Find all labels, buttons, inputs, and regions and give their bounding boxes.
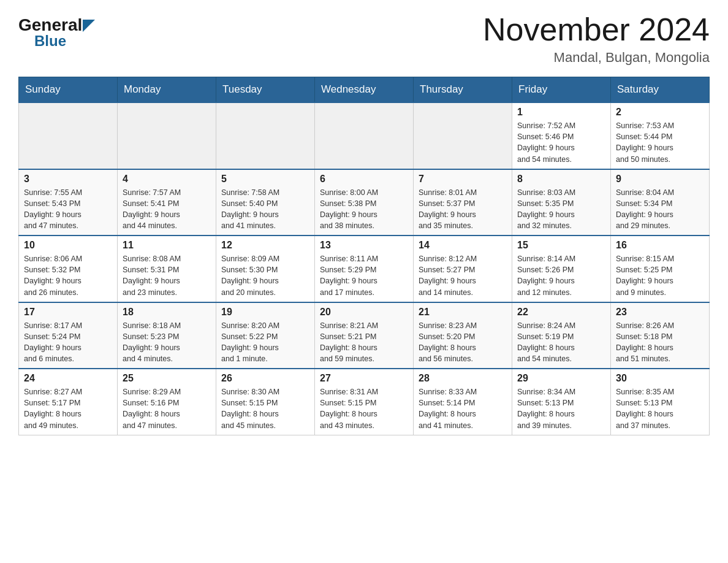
- day-number: 21: [419, 307, 507, 318]
- day-number: 17: [24, 307, 112, 318]
- table-cell: 23Sunrise: 8:26 AM Sunset: 5:18 PM Dayli…: [611, 302, 710, 369]
- table-cell: 11Sunrise: 8:08 AM Sunset: 5:31 PM Dayli…: [118, 236, 216, 302]
- day-info: Sunrise: 8:15 AM Sunset: 5:25 PM Dayligh…: [616, 253, 704, 298]
- week-row-5: 24Sunrise: 8:27 AM Sunset: 5:17 PM Dayli…: [19, 369, 710, 435]
- day-info: Sunrise: 8:30 AM Sunset: 5:15 PM Dayligh…: [221, 386, 309, 431]
- table-cell: 18Sunrise: 8:18 AM Sunset: 5:23 PM Dayli…: [118, 302, 216, 369]
- day-number: 8: [517, 174, 605, 185]
- day-info: Sunrise: 8:31 AM Sunset: 5:15 PM Dayligh…: [320, 386, 408, 431]
- day-number: 16: [616, 240, 704, 251]
- day-info: Sunrise: 8:08 AM Sunset: 5:31 PM Dayligh…: [123, 253, 211, 298]
- header-friday: Friday: [512, 77, 611, 103]
- day-info: Sunrise: 8:17 AM Sunset: 5:24 PM Dayligh…: [24, 320, 112, 365]
- calendar-title: November 2024: [483, 12, 710, 47]
- page-header: General Blue November 2024 Mandal, Bulga…: [18, 12, 710, 66]
- table-cell: 22Sunrise: 8:24 AM Sunset: 5:19 PM Dayli…: [512, 302, 611, 369]
- week-row-3: 10Sunrise: 8:06 AM Sunset: 5:32 PM Dayli…: [19, 236, 710, 302]
- logo-arrow-icon: [83, 20, 95, 32]
- day-number: 14: [419, 240, 507, 251]
- day-info: Sunrise: 8:34 AM Sunset: 5:13 PM Dayligh…: [517, 386, 605, 431]
- table-cell: 5Sunrise: 7:58 AM Sunset: 5:40 PM Daylig…: [216, 169, 315, 236]
- table-cell: 20Sunrise: 8:21 AM Sunset: 5:21 PM Dayli…: [315, 302, 414, 369]
- title-block: November 2024 Mandal, Bulgan, Mongolia: [483, 12, 710, 66]
- table-cell: 10Sunrise: 8:06 AM Sunset: 5:32 PM Dayli…: [19, 236, 118, 302]
- day-number: 25: [123, 373, 211, 384]
- day-info: Sunrise: 7:55 AM Sunset: 5:43 PM Dayligh…: [24, 187, 112, 232]
- day-info: Sunrise: 8:23 AM Sunset: 5:20 PM Dayligh…: [419, 320, 507, 365]
- table-cell: 21Sunrise: 8:23 AM Sunset: 5:20 PM Dayli…: [414, 302, 512, 369]
- day-number: 1: [517, 107, 605, 118]
- day-info: Sunrise: 8:29 AM Sunset: 5:16 PM Dayligh…: [123, 386, 211, 431]
- day-info: Sunrise: 7:58 AM Sunset: 5:40 PM Dayligh…: [221, 187, 309, 232]
- table-cell: 6Sunrise: 8:00 AM Sunset: 5:38 PM Daylig…: [315, 169, 414, 236]
- svg-marker-0: [83, 20, 95, 32]
- day-number: 20: [320, 307, 408, 318]
- table-cell: 16Sunrise: 8:15 AM Sunset: 5:25 PM Dayli…: [611, 236, 710, 302]
- day-info: Sunrise: 7:52 AM Sunset: 5:46 PM Dayligh…: [517, 120, 605, 165]
- day-number: 19: [221, 307, 309, 318]
- table-cell: 1Sunrise: 7:52 AM Sunset: 5:46 PM Daylig…: [512, 102, 611, 169]
- day-number: 11: [123, 240, 211, 251]
- day-number: 10: [24, 240, 112, 251]
- table-cell: [118, 102, 216, 169]
- day-info: Sunrise: 8:33 AM Sunset: 5:14 PM Dayligh…: [419, 386, 507, 431]
- weekday-header-row: Sunday Monday Tuesday Wednesday Thursday…: [19, 77, 710, 103]
- day-info: Sunrise: 8:26 AM Sunset: 5:18 PM Dayligh…: [616, 320, 704, 365]
- header-wednesday: Wednesday: [315, 77, 414, 103]
- table-cell: [315, 102, 414, 169]
- day-info: Sunrise: 8:09 AM Sunset: 5:30 PM Dayligh…: [221, 253, 309, 298]
- day-info: Sunrise: 8:06 AM Sunset: 5:32 PM Dayligh…: [24, 253, 112, 298]
- table-cell: 30Sunrise: 8:35 AM Sunset: 5:13 PM Dayli…: [611, 369, 710, 435]
- table-cell: 9Sunrise: 8:04 AM Sunset: 5:34 PM Daylig…: [611, 169, 710, 236]
- table-cell: 4Sunrise: 7:57 AM Sunset: 5:41 PM Daylig…: [118, 169, 216, 236]
- day-number: 3: [24, 174, 112, 185]
- table-cell: 27Sunrise: 8:31 AM Sunset: 5:15 PM Dayli…: [315, 369, 414, 435]
- day-info: Sunrise: 8:04 AM Sunset: 5:34 PM Dayligh…: [616, 187, 704, 232]
- day-number: 24: [24, 373, 112, 384]
- day-number: 27: [320, 373, 408, 384]
- table-cell: [19, 102, 118, 169]
- table-cell: 3Sunrise: 7:55 AM Sunset: 5:43 PM Daylig…: [19, 169, 118, 236]
- day-info: Sunrise: 8:18 AM Sunset: 5:23 PM Dayligh…: [123, 320, 211, 365]
- week-row-2: 3Sunrise: 7:55 AM Sunset: 5:43 PM Daylig…: [19, 169, 710, 236]
- table-cell: 8Sunrise: 8:03 AM Sunset: 5:35 PM Daylig…: [512, 169, 611, 236]
- table-cell: 29Sunrise: 8:34 AM Sunset: 5:13 PM Dayli…: [512, 369, 611, 435]
- day-info: Sunrise: 8:14 AM Sunset: 5:26 PM Dayligh…: [517, 253, 605, 298]
- day-number: 4: [123, 174, 211, 185]
- table-cell: 7Sunrise: 8:01 AM Sunset: 5:37 PM Daylig…: [414, 169, 512, 236]
- day-info: Sunrise: 8:12 AM Sunset: 5:27 PM Dayligh…: [419, 253, 507, 298]
- table-cell: 28Sunrise: 8:33 AM Sunset: 5:14 PM Dayli…: [414, 369, 512, 435]
- calendar-subtitle: Mandal, Bulgan, Mongolia: [483, 50, 710, 66]
- table-cell: 13Sunrise: 8:11 AM Sunset: 5:29 PM Dayli…: [315, 236, 414, 302]
- table-cell: 14Sunrise: 8:12 AM Sunset: 5:27 PM Dayli…: [414, 236, 512, 302]
- logo-blue-text: Blue: [34, 33, 66, 49]
- day-number: 30: [616, 373, 704, 384]
- header-thursday: Thursday: [414, 77, 512, 103]
- day-info: Sunrise: 8:01 AM Sunset: 5:37 PM Dayligh…: [419, 187, 507, 232]
- table-cell: 12Sunrise: 8:09 AM Sunset: 5:30 PM Dayli…: [216, 236, 315, 302]
- day-number: 22: [517, 307, 605, 318]
- day-number: 5: [221, 174, 309, 185]
- day-info: Sunrise: 8:21 AM Sunset: 5:21 PM Dayligh…: [320, 320, 408, 365]
- day-number: 12: [221, 240, 309, 251]
- table-cell: [414, 102, 512, 169]
- table-cell: 26Sunrise: 8:30 AM Sunset: 5:15 PM Dayli…: [216, 369, 315, 435]
- day-info: Sunrise: 8:00 AM Sunset: 5:38 PM Dayligh…: [320, 187, 408, 232]
- day-info: Sunrise: 8:11 AM Sunset: 5:29 PM Dayligh…: [320, 253, 408, 298]
- day-number: 2: [616, 107, 704, 118]
- table-cell: 19Sunrise: 8:20 AM Sunset: 5:22 PM Dayli…: [216, 302, 315, 369]
- day-info: Sunrise: 7:53 AM Sunset: 5:44 PM Dayligh…: [616, 120, 704, 165]
- day-number: 18: [123, 307, 211, 318]
- day-info: Sunrise: 8:20 AM Sunset: 5:22 PM Dayligh…: [221, 320, 309, 365]
- week-row-1: 1Sunrise: 7:52 AM Sunset: 5:46 PM Daylig…: [19, 102, 710, 169]
- week-row-4: 17Sunrise: 8:17 AM Sunset: 5:24 PM Dayli…: [19, 302, 710, 369]
- day-number: 29: [517, 373, 605, 384]
- day-number: 15: [517, 240, 605, 251]
- calendar-table: Sunday Monday Tuesday Wednesday Thursday…: [18, 77, 710, 435]
- day-number: 26: [221, 373, 309, 384]
- table-cell: 15Sunrise: 8:14 AM Sunset: 5:26 PM Dayli…: [512, 236, 611, 302]
- table-cell: 25Sunrise: 8:29 AM Sunset: 5:16 PM Dayli…: [118, 369, 216, 435]
- header-saturday: Saturday: [611, 77, 710, 103]
- day-info: Sunrise: 8:27 AM Sunset: 5:17 PM Dayligh…: [24, 386, 112, 431]
- day-number: 13: [320, 240, 408, 251]
